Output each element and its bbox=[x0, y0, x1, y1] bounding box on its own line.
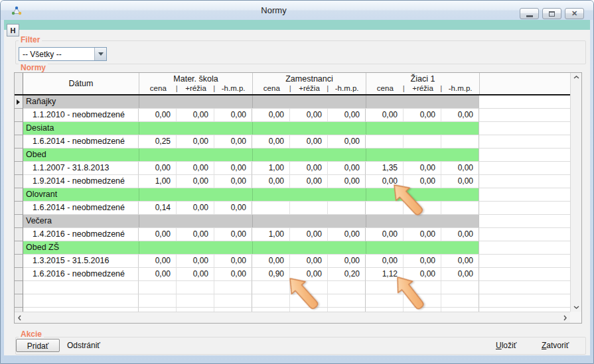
row-selector[interactable] bbox=[15, 241, 23, 255]
row-selector[interactable] bbox=[15, 255, 23, 268]
value-cell[interactable]: 0,00 bbox=[214, 162, 252, 175]
date-cell[interactable] bbox=[23, 281, 139, 294]
close-dialog-button[interactable]: Zatvoriť bbox=[542, 340, 569, 351]
category-row[interactable]: Obed ZŠ bbox=[15, 241, 570, 255]
save-button[interactable]: Uložiť bbox=[496, 340, 516, 351]
value-cell[interactable] bbox=[290, 202, 328, 215]
value-cell[interactable]: 0,00 bbox=[404, 255, 441, 268]
vertical-scrollbar[interactable] bbox=[570, 73, 581, 312]
value-cell[interactable]: 0,00 bbox=[177, 175, 214, 188]
add-button[interactable]: Pridať bbox=[16, 339, 60, 352]
table-row[interactable]: 1.4.2016 - neobmedzené0,000,000,001,000,… bbox=[15, 228, 570, 241]
value-cell[interactable]: 0,00 bbox=[366, 228, 404, 241]
value-cell[interactable]: 1,00 bbox=[252, 162, 290, 175]
value-cell[interactable]: 0,00 bbox=[252, 255, 290, 268]
value-cell[interactable] bbox=[214, 294, 252, 308]
row-selector[interactable] bbox=[15, 122, 23, 135]
value-cell[interactable]: 0,00 bbox=[214, 202, 252, 215]
value-cell[interactable]: 0,00 bbox=[177, 202, 214, 215]
value-cell[interactable] bbox=[441, 281, 479, 294]
value-cell[interactable]: 0,90 bbox=[252, 268, 290, 281]
date-cell[interactable]: 1.6.2014 - neobmedzené bbox=[23, 135, 139, 149]
value-cell[interactable]: 1,00 bbox=[252, 228, 290, 241]
row-selector[interactable] bbox=[15, 202, 23, 215]
table-row[interactable]: 1.9.2014 - neobmedzené1,000,000,000,000,… bbox=[15, 175, 570, 188]
value-cell[interactable] bbox=[214, 281, 252, 294]
date-cell[interactable]: 1.6.2016 - neobmedzené bbox=[23, 268, 139, 281]
value-cell[interactable] bbox=[252, 202, 290, 215]
row-selector[interactable] bbox=[15, 162, 23, 175]
date-cell[interactable]: 1.6.2014 - neobmedzené bbox=[23, 202, 139, 215]
table-row[interactable]: 1.1.2010 - neobmedzené0,000,000,000,000,… bbox=[15, 109, 570, 122]
value-cell[interactable]: 0,00 bbox=[328, 162, 366, 175]
row-selector[interactable] bbox=[15, 188, 23, 202]
value-cell[interactable]: 0,00 bbox=[177, 109, 214, 122]
value-cell[interactable]: 0,00 bbox=[290, 162, 328, 175]
table-row[interactable]: 1.1.2007 - 31.8.20130,000,000,001,000,00… bbox=[15, 162, 570, 175]
value-cell[interactable]: 0,00 bbox=[139, 268, 177, 281]
value-cell[interactable] bbox=[366, 294, 404, 308]
value-cell[interactable]: 0,00 bbox=[214, 109, 252, 122]
combobox-dropdown-button[interactable] bbox=[94, 48, 106, 60]
value-cell[interactable]: 0,00 bbox=[252, 175, 290, 188]
value-cell[interactable] bbox=[177, 294, 214, 308]
date-cell[interactable]: 1.1.2007 - 31.8.2013 bbox=[23, 162, 139, 175]
value-cell[interactable]: 0,00 bbox=[328, 109, 366, 122]
value-cell[interactable]: 0,00 bbox=[404, 109, 441, 122]
value-cell[interactable] bbox=[441, 135, 479, 149]
category-row[interactable]: Večera bbox=[15, 215, 570, 228]
value-cell[interactable]: 0,00 bbox=[290, 109, 328, 122]
category-row[interactable]: Desiata bbox=[15, 122, 570, 135]
scroll-right-icon[interactable] bbox=[563, 315, 567, 321]
value-cell[interactable]: 0,00 bbox=[252, 135, 290, 149]
value-cell[interactable]: 0,00 bbox=[290, 228, 328, 241]
value-cell[interactable]: 0,00 bbox=[441, 255, 479, 268]
filter-combobox[interactable]: -- Všetky -- bbox=[19, 47, 107, 61]
value-cell[interactable]: 0,00 bbox=[214, 135, 252, 149]
date-cell[interactable]: 1.9.2014 - neobmedzené bbox=[23, 175, 139, 188]
value-cell[interactable]: 1,35 bbox=[366, 162, 404, 175]
value-cell[interactable] bbox=[139, 281, 177, 294]
value-cell[interactable]: 0,00 bbox=[139, 228, 177, 241]
category-label[interactable]: Desiata bbox=[23, 122, 479, 135]
value-cell[interactable]: 0,00 bbox=[404, 228, 441, 241]
value-cell[interactable]: 0,00 bbox=[441, 175, 479, 188]
value-cell[interactable]: 0,00 bbox=[290, 255, 328, 268]
value-cell[interactable]: 0,00 bbox=[441, 162, 479, 175]
h-button[interactable]: H bbox=[7, 24, 19, 36]
value-cell[interactable]: 0,00 bbox=[252, 109, 290, 122]
minimize-button[interactable] bbox=[520, 8, 539, 19]
value-cell[interactable] bbox=[366, 135, 404, 149]
value-cell[interactable]: 0,00 bbox=[328, 228, 366, 241]
category-row[interactable]: Obed bbox=[15, 149, 570, 162]
table-row[interactable]: 1.3.2015 - 31.5.20160,000,000,000,000,00… bbox=[15, 255, 570, 268]
scroll-left-icon[interactable] bbox=[18, 315, 21, 321]
value-cell[interactable] bbox=[328, 281, 366, 294]
row-selector[interactable] bbox=[15, 294, 23, 308]
row-selector[interactable] bbox=[15, 149, 23, 162]
value-cell[interactable]: 1,00 bbox=[139, 175, 177, 188]
value-cell[interactable]: 0,00 bbox=[177, 135, 214, 149]
value-cell[interactable] bbox=[177, 281, 214, 294]
value-cell[interactable] bbox=[328, 294, 366, 308]
date-cell[interactable]: 1.1.2010 - neobmedzené bbox=[23, 109, 139, 122]
value-cell[interactable]: 0,00 bbox=[139, 109, 177, 122]
value-cell[interactable]: 0,00 bbox=[441, 268, 479, 281]
value-cell[interactable]: 0,00 bbox=[404, 162, 441, 175]
value-cell[interactable] bbox=[139, 294, 177, 308]
value-cell[interactable] bbox=[328, 202, 366, 215]
value-cell[interactable]: 0,00 bbox=[177, 268, 214, 281]
value-cell[interactable]: 0,00 bbox=[214, 255, 252, 268]
category-label[interactable]: Obed ZŠ bbox=[23, 241, 479, 255]
row-selector[interactable] bbox=[15, 135, 23, 149]
value-cell[interactable]: 0,00 bbox=[177, 162, 214, 175]
value-cell[interactable]: 0,00 bbox=[139, 162, 177, 175]
value-cell[interactable]: 0,00 bbox=[214, 175, 252, 188]
scroll-up-icon[interactable] bbox=[573, 76, 579, 79]
date-cell[interactable]: 1.3.2015 - 31.5.2016 bbox=[23, 255, 139, 268]
row-selector[interactable] bbox=[15, 215, 23, 228]
value-cell[interactable]: 0,00 bbox=[441, 109, 479, 122]
row-selector[interactable] bbox=[15, 268, 23, 281]
value-cell[interactable]: 0,00 bbox=[139, 255, 177, 268]
value-cell[interactable] bbox=[441, 202, 479, 215]
